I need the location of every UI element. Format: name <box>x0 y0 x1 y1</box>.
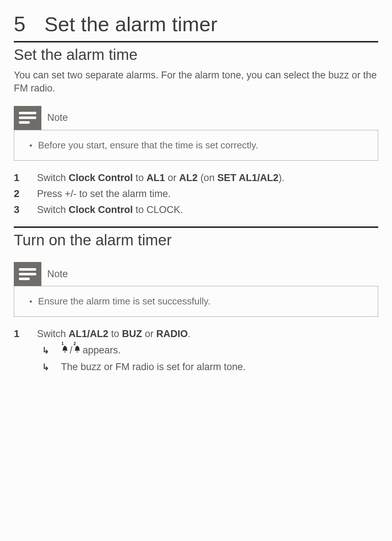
result-arrow-icon: ↳ <box>42 345 53 356</box>
section-intro: You can set two separate alarms. For the… <box>14 69 378 95</box>
note-box: Note • Ensure the alarm time is set succ… <box>14 262 378 317</box>
text: to <box>109 328 122 339</box>
step-row: 2 Press +/- to set the alarm time. <box>14 186 378 202</box>
bell-1-icon: 1 <box>61 344 69 352</box>
text-bold: Clock Control <box>69 172 133 183</box>
note-text: Ensure the alarm time is set successfull… <box>38 295 211 308</box>
note-box: Note • Before you start, ensure that the… <box>14 106 378 161</box>
bullet-icon: • <box>29 296 32 307</box>
text-bold: BUZ <box>122 328 142 339</box>
text: or <box>142 328 156 339</box>
text: appears. <box>83 344 121 357</box>
step-number: 1 <box>14 328 23 340</box>
step-row: 1 Switch AL1/AL2 to BUZ or RADIO. <box>14 326 378 342</box>
text-bold: AL1/AL2 <box>69 328 109 339</box>
note-line <box>19 116 36 119</box>
divider <box>14 226 378 228</box>
text-bold: Clock Control <box>69 204 133 215</box>
note-line <box>19 112 36 114</box>
text: . <box>188 328 191 339</box>
note-body: • Before you start, ensure that the time… <box>14 130 378 161</box>
step-text: Press +/- to set the alarm time. <box>37 187 171 201</box>
section-title-set-alarm-time: Set the alarm time <box>14 46 378 63</box>
note-body: • Ensure the alarm time is set successfu… <box>14 286 378 317</box>
text: (on <box>198 172 217 183</box>
text-bold: SET AL1/AL2 <box>217 172 279 183</box>
ordered-steps-turn-on: 1 Switch AL1/AL2 to BUZ or RADIO. ↳ 1 / … <box>14 326 378 375</box>
result-text: 1 / 2 appears. <box>61 344 121 357</box>
ordered-steps-set-time: 1 Switch Clock Control to AL1 or AL2 (on… <box>14 170 378 218</box>
text: Switch <box>37 204 69 215</box>
divider <box>14 41 378 42</box>
text-bold: AL2 <box>179 172 198 183</box>
note-header: Note <box>14 262 378 286</box>
manual-page: 5 Set the alarm timer Set the alarm time… <box>0 0 392 493</box>
chapter-title: Set the alarm timer <box>44 12 217 36</box>
text: to <box>133 172 147 183</box>
step-row: 3 Switch Clock Control to CLOCK. <box>14 202 378 218</box>
bullet-icon: • <box>29 140 32 151</box>
text: Switch <box>37 328 69 339</box>
slash: / <box>70 344 73 357</box>
note-header: Note <box>14 106 378 130</box>
chapter-number: 5 <box>14 12 25 36</box>
result-row: ↳ The buzz or FM radio is set for alarm … <box>14 359 378 376</box>
text: or <box>165 172 179 183</box>
step-number: 1 <box>14 172 23 184</box>
section-title-turn-on-alarm: Turn on the alarm timer <box>14 231 378 249</box>
note-label: Note <box>41 269 68 280</box>
note-text: Before you start, ensure that the time i… <box>38 139 258 152</box>
step-row: 1 Switch Clock Control to AL1 or AL2 (on… <box>14 170 378 186</box>
text: ). <box>278 172 285 183</box>
result-arrow-icon: ↳ <box>42 362 53 372</box>
text-bold: RADIO <box>156 328 188 339</box>
text: to CLOCK. <box>133 204 183 215</box>
text: Switch <box>37 172 69 183</box>
bell-2-icon: 2 <box>73 344 81 352</box>
result-row: ↳ 1 / 2 appears. <box>14 342 378 359</box>
note-lines-icon <box>14 262 41 286</box>
step-text: Switch Clock Control to AL1 or AL2 (on S… <box>37 171 285 185</box>
chapter-heading: 5 Set the alarm timer <box>14 12 378 36</box>
text-bold: AL1 <box>147 172 165 183</box>
note-lines-icon <box>14 106 41 130</box>
step-text: Switch AL1/AL2 to BUZ or RADIO. <box>37 327 191 341</box>
note-label: Note <box>41 112 68 123</box>
note-line <box>19 273 36 275</box>
note-line <box>19 278 30 280</box>
result-text: The buzz or FM radio is set for alarm to… <box>61 360 246 374</box>
note-line <box>19 121 30 124</box>
note-line <box>19 268 36 271</box>
step-number: 3 <box>14 204 23 216</box>
step-number: 2 <box>14 188 23 200</box>
bell-icons: 1 / 2 <box>61 344 81 357</box>
step-text: Switch Clock Control to CLOCK. <box>37 203 183 217</box>
